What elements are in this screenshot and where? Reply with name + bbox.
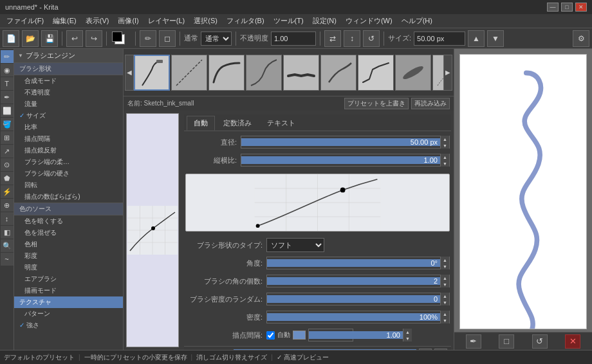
opacity-input[interactable] [271, 32, 316, 46]
spikes-up-btn[interactable]: ▲ [440, 275, 449, 281]
redo-btn[interactable]: ↪ [86, 30, 102, 47]
softness-input[interactable] [267, 313, 440, 321]
rotate-btn[interactable]: ↺ [363, 30, 380, 47]
menu-edit[interactable]: 編集(E) [49, 15, 80, 27]
bs-darken[interactable]: 色を暗くする [14, 215, 123, 227]
flip-h-btn[interactable]: ⇄ [324, 30, 341, 47]
ratio-up-btn[interactable]: ▲ [440, 154, 449, 160]
bs-size[interactable]: ✓ サイズ [14, 110, 123, 122]
density-input[interactable] [267, 295, 440, 303]
tool-grid[interactable]: ⊞ [1, 131, 14, 144]
spacing-color-swatch[interactable] [293, 331, 306, 340]
tool-wand[interactable]: ⬟ [1, 172, 14, 185]
bs-opacity[interactable]: 不透明度 [14, 87, 123, 98]
menu-settings[interactable]: 設定(N) [309, 15, 340, 27]
save-preset-btn[interactable]: プリセットを上書き [344, 98, 409, 109]
tool-brush[interactable]: ✏ [1, 50, 14, 63]
undo-btn[interactable]: ↩ [66, 30, 83, 47]
ratio-down-btn[interactable]: ▼ [440, 160, 449, 167]
angle-down-btn[interactable]: ▼ [440, 263, 449, 269]
bs-sat[interactable]: 彩度 [14, 250, 123, 262]
tab-auto[interactable]: 自動 [187, 116, 215, 131]
canvas-delete-btn[interactable]: ✕ [565, 334, 580, 349]
new-btn[interactable]: 📄 [3, 30, 19, 47]
bs-ratio[interactable]: 比率 [14, 122, 123, 133]
density-up-btn[interactable]: ▲ [440, 293, 449, 299]
size-up-btn[interactable]: ▲ [468, 30, 485, 47]
bs-edge-hard[interactable]: ブラシ端の硬さ [14, 168, 123, 179]
bs-val[interactable]: 明度 [14, 262, 123, 273]
spikes-input[interactable] [267, 277, 440, 285]
save-btn[interactable]: 💾 [41, 30, 58, 47]
menu-filter[interactable]: フィルタ(B) [223, 15, 268, 27]
angle-up-btn[interactable]: ▲ [440, 257, 449, 263]
bs-blend-mode[interactable]: 合成モード [14, 75, 123, 87]
diameter-input[interactable] [241, 138, 440, 146]
tool-rect[interactable]: ⬜ [1, 104, 14, 117]
draw-accuracy-slider[interactable]: 5 [234, 349, 416, 350]
fg-color-swatch[interactable] [112, 32, 122, 42]
canvas-pen-btn[interactable]: ✒ [466, 334, 481, 349]
bs-rotation[interactable]: 回転 [14, 179, 123, 191]
bs-draw-mode[interactable]: 描画モード [14, 285, 123, 296]
bs-strength[interactable]: ✓ 強さ [14, 320, 123, 331]
brushes-next-btn[interactable]: ▶ [443, 55, 452, 91]
eraser-tool-btn[interactable]: ◻ [159, 30, 176, 47]
menu-file[interactable]: ファイル(F) [3, 15, 48, 27]
canvas-square-btn[interactable]: □ [499, 334, 514, 349]
tool-chalk[interactable]: ~ [1, 253, 14, 266]
tool-text[interactable]: T [1, 77, 14, 90]
brush-thumb-6[interactable] [320, 55, 356, 91]
tool-fill[interactable]: 🪣 [1, 118, 14, 131]
brush-thumb-2[interactable] [171, 55, 207, 91]
tool-dynamic[interactable]: ⚡ [1, 185, 14, 198]
tool-circle[interactable]: ◉ [1, 64, 14, 77]
auto-spacing-check[interactable] [266, 331, 275, 340]
bs-brush-shape-header[interactable]: ブラシ形状 [14, 63, 123, 75]
bs-texture[interactable]: テクスチャ [14, 296, 123, 308]
size-down-btn[interactable]: ▼ [487, 30, 504, 47]
spikes-down-btn[interactable]: ▼ [440, 281, 449, 287]
brush-thumb-5[interactable] [283, 55, 319, 91]
bs-mix[interactable]: 色を混ぜる [14, 227, 123, 239]
menu-view[interactable]: 表示(V) [82, 15, 113, 27]
diameter-down-btn[interactable]: ▼ [440, 142, 449, 149]
bs-flow[interactable]: 流量 [14, 98, 123, 110]
brush-thumb-9[interactable] [432, 55, 443, 91]
brush-thumb-8[interactable] [395, 55, 431, 91]
bs-spacing[interactable]: 描点間隔 [14, 133, 123, 145]
menu-help[interactable]: ヘルプ(H) [398, 15, 436, 27]
tab-text[interactable]: テキスト [260, 116, 302, 131]
canvas-preview[interactable] [459, 54, 587, 329]
spacing-value-input[interactable] [309, 331, 403, 339]
curve-editor-area[interactable] [185, 174, 450, 232]
bs-mirror[interactable]: 描点鏡反射 [14, 145, 123, 156]
tool-pen[interactable]: ✒ [1, 91, 14, 104]
bs-airbrush[interactable]: エアブラシ [14, 273, 123, 285]
tool-filter[interactable]: 🔍 [1, 239, 14, 252]
brush-thumb-4[interactable] [246, 55, 282, 91]
brush-type-combo[interactable]: ソフト ハード [266, 238, 324, 252]
open-btn[interactable]: 📂 [22, 30, 39, 47]
brush-thumb-7[interactable] [358, 55, 394, 91]
canvas-arrow-btn[interactable]: ↺ [532, 334, 548, 349]
menu-window[interactable]: ウィンドウ(W) [342, 15, 396, 27]
menu-select[interactable]: 選択(S) [190, 15, 221, 27]
menu-layer[interactable]: レイヤー(L) [144, 15, 189, 27]
brush-thumb-1[interactable] [134, 55, 170, 91]
tool-transform[interactable]: ↗ [1, 145, 14, 158]
close-button[interactable]: ✕ [575, 3, 587, 12]
tool-deform[interactable]: ◧ [1, 226, 14, 239]
spacing-up-btn[interactable]: ▲ [403, 329, 412, 335]
maximize-button[interactable]: □ [561, 3, 573, 12]
bs-hue[interactable]: 色相 [14, 239, 123, 250]
brush-tool-btn[interactable]: ✏ [140, 30, 156, 47]
bs-scatter[interactable]: 描点の数(ばらばら) [14, 191, 123, 203]
minimize-button[interactable]: — [547, 3, 559, 12]
angle-input[interactable] [267, 259, 440, 267]
bs-pattern[interactable]: パターン [14, 308, 123, 320]
tab-fixed[interactable]: 定数済み [216, 116, 259, 131]
menu-image[interactable]: 画像(I) [114, 15, 142, 27]
size-input[interactable] [414, 32, 465, 46]
brush-thumb-3[interactable] [208, 55, 245, 91]
